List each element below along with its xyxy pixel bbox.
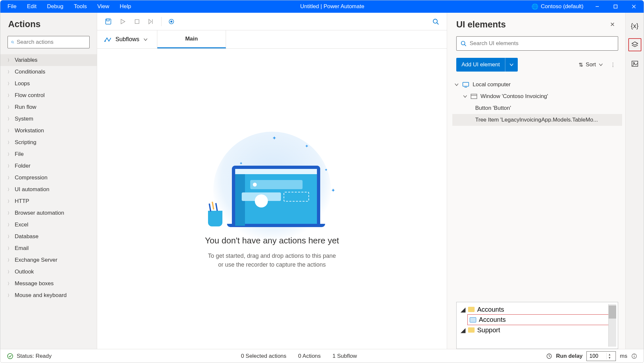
account-picker[interactable]: 🌐 Contoso (default)	[528, 3, 587, 10]
action-category-scripting[interactable]: 〉Scripting	[0, 137, 97, 148]
svg-point-30	[634, 355, 635, 355]
tree-root-local-computer[interactable]: Local computer	[452, 79, 622, 91]
clock-icon	[546, 353, 552, 359]
action-category-database[interactable]: 〉Database	[0, 231, 97, 242]
action-category-compression[interactable]: 〉Compression	[0, 172, 97, 184]
menu-help[interactable]: Help	[114, 0, 136, 13]
action-category-excel[interactable]: 〉Excel	[0, 219, 97, 231]
right-rail: {x}	[625, 13, 644, 349]
action-category-conditionals[interactable]: 〉Conditionals	[0, 66, 97, 78]
designer-area: Subflows Main ✦ ✦ ✦ ✦ ✦	[97, 13, 447, 349]
info-icon[interactable]	[631, 353, 637, 359]
record-button[interactable]	[164, 15, 179, 28]
images-rail-button[interactable]	[628, 57, 641, 70]
canvas[interactable]: ✦ ✦ ✦ ✦ ✦ You don	[97, 49, 447, 349]
add-ui-element-button[interactable]: Add UI element	[456, 58, 518, 72]
svg-marker-8	[121, 19, 125, 24]
action-category-system[interactable]: 〉System	[0, 113, 97, 125]
close-panel-button[interactable]: ✕	[607, 19, 618, 30]
tab-main[interactable]: Main	[157, 30, 226, 48]
menu-edit[interactable]: Edit	[22, 0, 42, 13]
action-category-variables[interactable]: 〉Variables	[0, 54, 97, 66]
minimize-button[interactable]	[589, 0, 605, 13]
delay-down[interactable]: ▼	[607, 356, 612, 359]
ui-search[interactable]	[456, 36, 618, 51]
action-category-loops[interactable]: 〉Loops	[0, 78, 97, 90]
action-category-workstation[interactable]: 〉Workstation	[0, 125, 97, 137]
search-canvas-button[interactable]	[428, 15, 443, 28]
subflow-icon	[104, 37, 112, 42]
action-category-ui-automation[interactable]: 〉UI automation	[0, 184, 97, 195]
canvas-empty-sub: To get started, drag and drop actions to…	[208, 252, 336, 269]
preview-scrollbar[interactable]	[608, 304, 616, 347]
actions-header: Actions	[0, 13, 97, 33]
action-category-run-flow[interactable]: 〉Run flow	[0, 101, 97, 113]
action-category-label: Compression	[15, 174, 47, 181]
computer-icon	[462, 82, 469, 88]
tree-window-contoso[interactable]: Window 'Contoso Invoicing'	[452, 91, 622, 102]
run-delay-input[interactable]: ▲▼	[586, 351, 616, 361]
tree-item-button[interactable]: Button 'Button'	[452, 102, 622, 114]
svg-rect-21	[471, 94, 477, 99]
tree-item-button-label: Button 'Button'	[475, 105, 511, 111]
ui-search-input[interactable]	[470, 40, 614, 47]
titlebar: File Edit Debug Tools View Help Untitled…	[0, 0, 644, 13]
ui-elements-rail-button[interactable]	[628, 38, 641, 51]
sort-button[interactable]: ⇅ Sort	[579, 61, 603, 68]
action-category-label: Message boxes	[15, 280, 54, 287]
chevron-right-icon: 〉	[8, 175, 11, 181]
status-ok-icon	[7, 353, 13, 359]
tree-root-label: Local computer	[473, 81, 511, 88]
close-button[interactable]	[626, 0, 642, 13]
preview-row-support-folder[interactable]: ◢Support	[459, 325, 616, 335]
action-category-browser-automation[interactable]: 〉Browser automation	[0, 207, 97, 219]
chevron-right-icon: 〉	[8, 81, 11, 87]
account-label: Contoso (default)	[541, 3, 583, 10]
run-button[interactable]	[115, 15, 130, 28]
svg-point-4	[11, 41, 13, 43]
save-button[interactable]	[101, 15, 115, 28]
svg-rect-7	[107, 19, 109, 21]
menu-file[interactable]: File	[2, 0, 22, 13]
status-bar: Status: Ready 0 Selected actions 0 Actio…	[0, 349, 644, 363]
action-category-folder[interactable]: 〉Folder	[0, 160, 97, 172]
action-category-file[interactable]: 〉File	[0, 148, 97, 160]
step-button[interactable]	[144, 15, 159, 28]
add-ui-element-dropdown[interactable]	[505, 58, 518, 72]
more-button[interactable]: ⋮	[608, 59, 618, 70]
window-icon	[471, 94, 477, 99]
menu-view[interactable]: View	[92, 0, 115, 13]
action-category-label: Mouse and keyboard	[15, 292, 67, 299]
svg-rect-19	[463, 82, 469, 86]
chevron-right-icon: 〉	[8, 269, 11, 275]
svg-point-25	[633, 62, 635, 64]
tree-item-legacy[interactable]: Tree Item 'LegacyInvoicingApp.Models.Tab…	[452, 114, 622, 126]
actions-search[interactable]	[8, 36, 90, 48]
tree-window-label: Window 'Contoso Invoicing'	[480, 93, 548, 100]
delay-up[interactable]: ▲	[607, 353, 612, 356]
action-category-flow-control[interactable]: 〉Flow control	[0, 90, 97, 101]
stop-button[interactable]	[130, 15, 144, 28]
action-category-http[interactable]: 〉HTTP	[0, 195, 97, 207]
preview-row-accounts-table[interactable]: Accounts	[468, 315, 616, 325]
actions-search-input[interactable]	[17, 39, 86, 45]
chevron-right-icon: 〉	[8, 93, 11, 98]
action-category-email[interactable]: 〉Email	[0, 242, 97, 254]
action-category-exchange-server[interactable]: 〉Exchange Server	[0, 254, 97, 266]
preview-row-accounts-folder[interactable]: ◢Accounts	[459, 304, 616, 315]
chevron-right-icon: 〉	[8, 222, 11, 228]
chevron-right-icon: 〉	[8, 116, 11, 122]
app-menu: File Edit Debug Tools View Help	[2, 0, 136, 13]
subflows-tab[interactable]: Subflows	[97, 30, 157, 48]
menu-debug[interactable]: Debug	[42, 0, 69, 13]
menu-tools[interactable]: Tools	[69, 0, 92, 13]
run-delay-field[interactable]	[587, 353, 606, 359]
maximize-button[interactable]	[608, 0, 623, 13]
action-category-message-boxes[interactable]: 〉Message boxes	[0, 278, 97, 289]
variables-rail-button[interactable]: {x}	[628, 19, 641, 32]
action-category-outlook[interactable]: 〉Outlook	[0, 266, 97, 278]
action-category-label: HTTP	[15, 198, 29, 205]
chevron-right-icon: 〉	[8, 281, 11, 287]
action-category-label: Exchange Server	[15, 257, 57, 263]
action-category-mouse-and-keyboard[interactable]: 〉Mouse and keyboard	[0, 289, 97, 301]
